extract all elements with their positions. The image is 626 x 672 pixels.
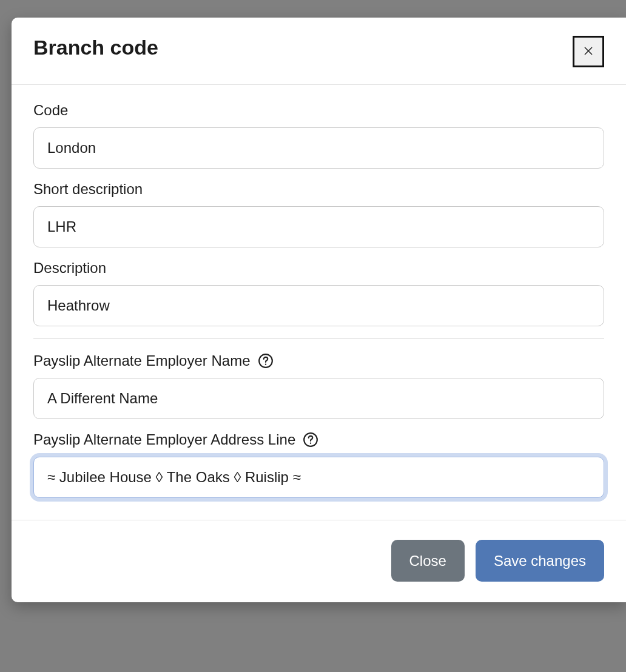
alt-employer-name-label-text: Payslip Alternate Employer Name <box>33 352 251 369</box>
code-field-group: Code <box>33 102 604 169</box>
close-icon-button[interactable] <box>573 36 604 67</box>
description-input[interactable] <box>33 285 604 326</box>
modal-body: Code Short description Description Paysl… <box>12 85 626 520</box>
short-description-field-group: Short description <box>33 181 604 247</box>
save-button[interactable]: Save changes <box>476 540 604 582</box>
alt-employer-address-input[interactable] <box>33 457 604 498</box>
modal-footer: Close Save changes <box>12 520 626 602</box>
alt-employer-address-label: Payslip Alternate Employer Address Line <box>33 431 604 448</box>
alt-employer-address-field-group: Payslip Alternate Employer Address Line <box>33 431 604 498</box>
modal-title: Branch code <box>33 36 158 59</box>
alt-employer-name-field-group: Payslip Alternate Employer Name <box>33 352 604 419</box>
svg-point-3 <box>264 363 266 365</box>
help-icon[interactable] <box>258 353 274 369</box>
alt-employer-name-input[interactable] <box>33 378 604 419</box>
alt-employer-name-label: Payslip Alternate Employer Name <box>33 352 604 369</box>
alt-employer-address-label-text: Payslip Alternate Employer Address Line <box>33 431 295 448</box>
modal-header: Branch code <box>12 18 626 85</box>
description-label: Description <box>33 260 604 277</box>
svg-point-5 <box>310 442 311 443</box>
code-input[interactable] <box>33 127 604 169</box>
description-field-group: Description <box>33 260 604 326</box>
section-divider <box>33 338 604 339</box>
code-label: Code <box>33 102 604 119</box>
branch-code-modal: Branch code Code Short description Descr… <box>12 18 626 602</box>
short-description-input[interactable] <box>33 206 604 247</box>
close-icon <box>584 45 593 59</box>
close-button[interactable]: Close <box>391 540 465 582</box>
short-description-label: Short description <box>33 181 604 198</box>
help-icon[interactable] <box>303 432 318 448</box>
